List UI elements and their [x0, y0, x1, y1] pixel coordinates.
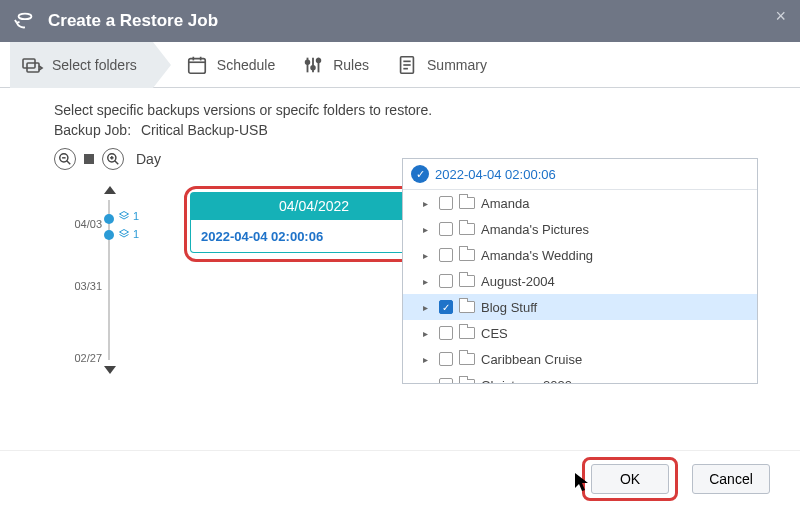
- svg-point-0: [19, 14, 32, 20]
- tab-label: Summary: [427, 57, 487, 73]
- svg-line-18: [67, 161, 71, 165]
- timeline-scroll-down[interactable]: [104, 366, 116, 374]
- svg-point-10: [311, 65, 315, 69]
- backup-job-label: Backup Job:: [54, 122, 131, 138]
- checkbox[interactable]: [439, 352, 453, 366]
- chevron-right-icon: ▸: [423, 380, 433, 384]
- zoom-reset-button[interactable]: [84, 154, 94, 164]
- zoom-in-button[interactable]: [102, 148, 124, 170]
- tab-schedule[interactable]: Schedule: [175, 42, 291, 88]
- chevron-right-icon: ▸: [423, 198, 433, 209]
- tree-item[interactable]: ▸Amanda's Wedding: [403, 242, 757, 268]
- version-row[interactable]: 2022-04-04 02:00:06 ✓: [190, 220, 438, 253]
- folder-icon: [459, 223, 475, 235]
- tree-item-label: Amanda's Wedding: [481, 248, 593, 263]
- dialog-footer: OK Cancel: [0, 450, 800, 506]
- tree-list: ▸Amanda▸Amanda's Pictures▸Amanda's Weddi…: [403, 190, 757, 383]
- folder-icon: [459, 197, 475, 209]
- timeline-point[interactable]: [104, 214, 114, 224]
- tree-item-label: Christmas 2020: [481, 378, 572, 384]
- dialog-title: Create a Restore Job: [48, 11, 218, 31]
- tree-item-label: CES: [481, 326, 508, 341]
- folder-icon: [459, 353, 475, 365]
- version-timestamp: 2022-04-04 02:00:06: [201, 229, 323, 244]
- tree-item-label: Caribbean Cruise: [481, 352, 582, 367]
- timeline-date: 04/03: [60, 218, 102, 230]
- tree-header[interactable]: ✓ 2022-04-04 02:00:06: [403, 159, 757, 190]
- document-icon: [395, 53, 419, 77]
- folders-icon: [20, 53, 44, 77]
- body-split: 04/03 1 1 03/31 02/27 0: [54, 180, 770, 420]
- cancel-button[interactable]: Cancel: [692, 464, 770, 494]
- chevron-right-icon: ▸: [423, 224, 433, 235]
- timeline-track: 04/03 1 1 03/31 02/27: [54, 200, 144, 360]
- checkbox[interactable]: [439, 274, 453, 288]
- wizard-tabs: Select folders Schedule Rules: [0, 42, 800, 88]
- close-icon[interactable]: ×: [775, 6, 786, 27]
- tree-item[interactable]: ▸August-2004: [403, 268, 757, 294]
- zoom-out-button[interactable]: [54, 148, 76, 170]
- tree-item-label: Amanda: [481, 196, 529, 211]
- tab-select-folders[interactable]: Select folders: [10, 42, 153, 88]
- timeline-badge: 1: [118, 228, 139, 240]
- checkbox[interactable]: [439, 326, 453, 340]
- tree-item[interactable]: ▸Caribbean Cruise: [403, 346, 757, 372]
- chevron-right-icon: ▸: [423, 276, 433, 287]
- tab-summary[interactable]: Summary: [385, 42, 503, 88]
- layers-icon: [118, 210, 130, 222]
- restore-icon: [14, 10, 36, 32]
- tree-item[interactable]: ▸Amanda's Pictures: [403, 216, 757, 242]
- folder-icon: [459, 301, 475, 313]
- timeline-badge: 1: [118, 210, 139, 222]
- tab-rules[interactable]: Rules: [291, 42, 385, 88]
- layers-icon: [118, 228, 130, 240]
- calendar-icon: [185, 53, 209, 77]
- timeline-point[interactable]: [104, 230, 114, 240]
- version-date: 04/04/2022: [190, 192, 438, 220]
- backup-job-name: Critical Backup-USB: [141, 122, 268, 138]
- tree-item-label: August-2004: [481, 274, 555, 289]
- folder-tree-panel: ✓ 2022-04-04 02:00:06 ▸Amanda▸Amanda's P…: [402, 158, 758, 384]
- tree-item[interactable]: ▸Christmas 2020: [403, 372, 757, 383]
- timeline-scroll-up[interactable]: [104, 186, 116, 194]
- svg-rect-3: [189, 58, 206, 73]
- tree-item-label: Blog Stuff: [481, 300, 537, 315]
- timeline-date: 02/27: [60, 352, 102, 364]
- checkbox[interactable]: ✓: [439, 300, 453, 314]
- checkbox[interactable]: [439, 222, 453, 236]
- timeline-axis: [108, 200, 110, 360]
- svg-point-12: [317, 58, 321, 62]
- folder-icon: [459, 249, 475, 261]
- instruction-text: Select specific backups versions or spec…: [54, 102, 770, 118]
- ok-button[interactable]: OK: [591, 464, 669, 494]
- ok-highlight: OK: [582, 457, 678, 501]
- timeline-date: 03/31: [60, 280, 102, 292]
- folder-icon: [459, 379, 475, 383]
- restore-job-dialog: Create a Restore Job × Select folders Sc…: [0, 0, 800, 506]
- tree-item[interactable]: ▸CES: [403, 320, 757, 346]
- tab-label: Select folders: [52, 57, 137, 73]
- titlebar: Create a Restore Job ×: [0, 0, 800, 42]
- chevron-right-icon: ▸: [423, 250, 433, 261]
- tree-header-ts: 2022-04-04 02:00:06: [435, 167, 556, 182]
- checkbox[interactable]: [439, 248, 453, 262]
- tree-item-label: Amanda's Pictures: [481, 222, 589, 237]
- tab-label: Schedule: [217, 57, 275, 73]
- checkbox[interactable]: [439, 378, 453, 383]
- checkbox[interactable]: [439, 196, 453, 210]
- cursor-icon: [574, 472, 590, 492]
- svg-point-8: [306, 60, 310, 64]
- folder-icon: [459, 275, 475, 287]
- timeline: 04/03 1 1 03/31 02/27: [54, 180, 144, 420]
- chevron-right-icon: ▸: [423, 302, 433, 313]
- backup-job-line: Backup Job: Critical Backup-USB: [54, 122, 770, 138]
- check-icon: ✓: [411, 165, 429, 183]
- chevron-right-icon: ▸: [423, 328, 433, 339]
- tab-label: Rules: [333, 57, 369, 73]
- content-area: Select specific backups versions or spec…: [0, 88, 800, 450]
- svg-line-21: [115, 161, 119, 165]
- tree-item[interactable]: ▸Amanda: [403, 190, 757, 216]
- tree-item[interactable]: ▸✓Blog Stuff: [403, 294, 757, 320]
- folder-icon: [459, 327, 475, 339]
- sliders-icon: [301, 53, 325, 77]
